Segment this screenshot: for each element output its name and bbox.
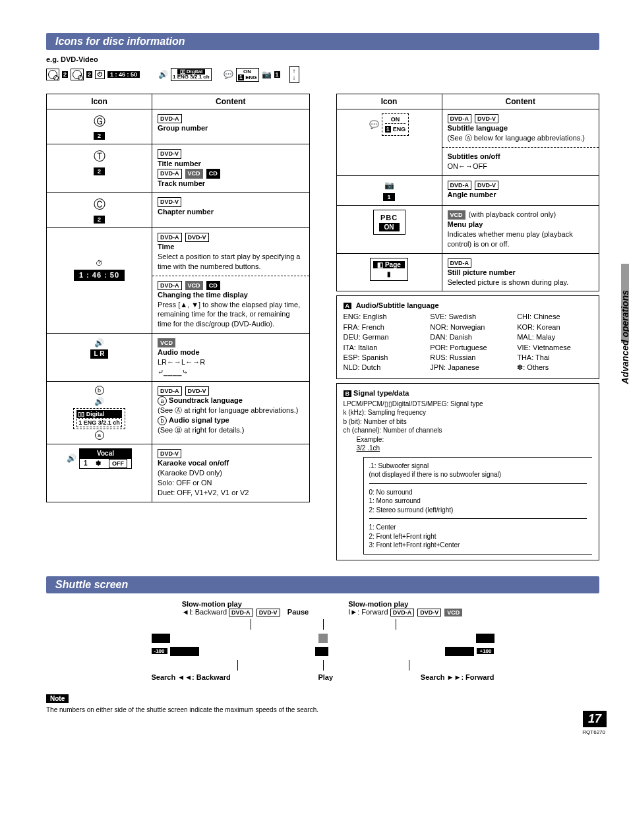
angle-icon	[262, 70, 272, 79]
play-button	[315, 647, 328, 656]
audio-speaker-icon	[94, 338, 104, 348]
clock-icon: ⏱	[96, 258, 103, 268]
note-text: The numbers on either side of the shuttl…	[46, 705, 599, 715]
karaoke-speaker-icon	[67, 453, 76, 464]
page-code: RQT6270	[582, 729, 605, 735]
th-icon: Icon	[47, 94, 152, 109]
example-label: e.g. DVD-Video	[46, 55, 599, 63]
speaker-icon	[158, 70, 168, 79]
icons-table-left: Icon Content Ⓖ 2 DVD-A Group number	[46, 94, 310, 502]
page-number: 17	[583, 711, 607, 727]
th-content: Content	[152, 94, 310, 109]
signal-box: B Signal type/data LPCM/PPCM/▯▯Digital/D…	[336, 383, 600, 560]
th-icon-r: Icon	[336, 94, 442, 109]
group-disc-icon: Ⓖ	[94, 113, 105, 129]
side-section-label: Advanced operations	[620, 290, 629, 384]
osd-example: 2 2 ⏱ 1 : 46 : 50 ▯▯ Digital 1 ENG 3/2.1…	[46, 66, 599, 83]
shuttle-diagram: Slow-motion play ◄Ⅰ: Backward DVD-A DVD-…	[46, 600, 599, 681]
icons-table-right: Icon Content ON 1 ENG	[336, 94, 600, 291]
subtitle-cc-icon	[369, 119, 379, 130]
subtitle-icon	[224, 70, 233, 79]
th-content-r: Content	[442, 94, 599, 109]
note-badge: Note	[46, 694, 69, 703]
search-back-button	[170, 647, 199, 656]
pause-button	[318, 634, 328, 643]
section-header-icons: Icons for disc information	[46, 33, 599, 50]
title-disc-icon: Ⓣ	[94, 148, 105, 164]
chapter-disc-icon: Ⓒ	[94, 196, 105, 212]
language-box: A Audio/Subtitle language ENG: EnglishFR…	[336, 295, 600, 378]
slow-fwd-button	[476, 634, 494, 643]
updown-icon: ↑↓	[289, 66, 299, 83]
angle-cam-icon	[384, 180, 394, 191]
section-header-shuttle: Shuttle screen	[46, 576, 599, 593]
slow-back-button	[152, 634, 170, 643]
search-fwd-button	[445, 647, 474, 656]
soundtrack-speaker-icon	[94, 396, 104, 407]
